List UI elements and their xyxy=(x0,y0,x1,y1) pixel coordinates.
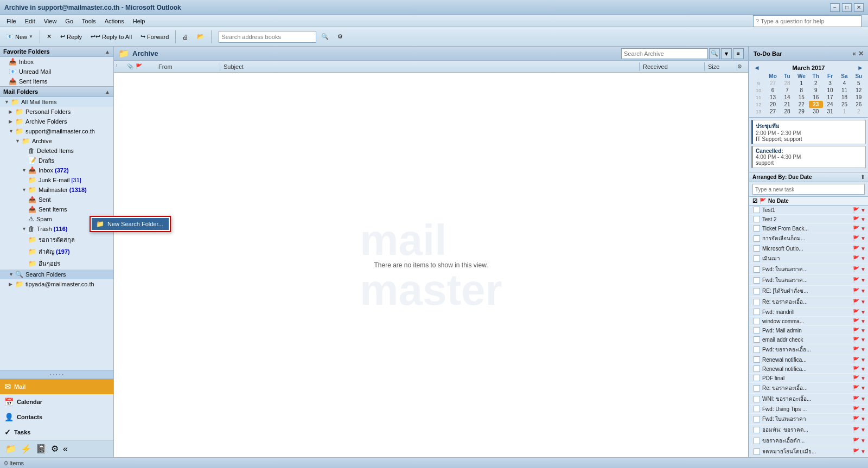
inbox-folder[interactable]: ▼ 📥 Inbox (372) xyxy=(0,165,113,175)
cal-day-3-5[interactable]: 25 xyxy=(837,101,851,108)
task-check-3[interactable] xyxy=(754,235,760,242)
favorite-unread-mail[interactable]: 📧 Unread Mail xyxy=(0,67,113,76)
task-flag-11[interactable]: 🚩 xyxy=(853,318,859,324)
task-item-6[interactable]: Fwd: ใบเสนอราค... 🚩 ▼ xyxy=(749,264,868,275)
task-arrow-8[interactable]: ▼ xyxy=(860,288,866,294)
close-button[interactable]: ✕ xyxy=(854,3,864,12)
task-flag-16[interactable]: 🚩 xyxy=(853,366,859,372)
task-item-12[interactable]: Fwd: Mail admin 🚩 ▼ xyxy=(749,326,868,335)
task-flag-9[interactable]: 🚩 xyxy=(853,299,859,305)
task-arranged-by[interactable]: Arranged By: Due Date ⬆ xyxy=(749,172,868,182)
drafts-folder[interactable]: 📝 Drafts xyxy=(0,156,113,165)
task-check-10[interactable] xyxy=(754,309,760,315)
new-search-folder-item[interactable]: 📁 New Search Folder... xyxy=(92,218,114,230)
task-check-5[interactable] xyxy=(754,255,760,262)
task-check-23[interactable] xyxy=(754,438,760,444)
task-arrow-15[interactable]: ▼ xyxy=(860,357,866,363)
favorite-inbox[interactable]: 📥 Inbox xyxy=(0,57,113,67)
task-arrow-9[interactable]: ▼ xyxy=(860,299,866,305)
task-check-12[interactable] xyxy=(754,327,760,334)
task-check-19[interactable] xyxy=(754,396,760,402)
task-check-11[interactable] xyxy=(754,318,760,324)
cal-day-2-4[interactable]: 17 xyxy=(823,94,837,101)
task-arrow-13[interactable]: ▼ xyxy=(860,337,866,343)
cal-day-0-6[interactable]: 5 xyxy=(852,80,866,87)
tipyada-expand[interactable]: ▶ xyxy=(9,281,15,287)
task-item-15[interactable]: Renewal notifica... 🚩 ▼ xyxy=(749,355,868,364)
reply-all-button[interactable]: ↩↩ Reply to All xyxy=(87,29,136,44)
task-item-23[interactable]: ขอราคอะเอิ้อตัก... 🚩 ▼ xyxy=(749,435,868,446)
print-button[interactable]: 🖨 xyxy=(178,29,192,44)
task-check-8[interactable] xyxy=(754,288,760,294)
task-flag-2[interactable]: 🚩 xyxy=(853,226,859,232)
archive-search-button[interactable]: 🔍 xyxy=(709,48,720,59)
task-arrow-18[interactable]: ▼ xyxy=(860,385,866,391)
cal-day-0-1[interactable]: 28 xyxy=(780,80,794,87)
thai-folder-2[interactable]: 📁 สำคัญ (197) xyxy=(0,246,113,258)
task-check-24[interactable] xyxy=(754,448,760,455)
task-check-15[interactable] xyxy=(754,356,760,363)
task-arrow-19[interactable]: ▼ xyxy=(860,396,866,402)
personal-expand[interactable]: ▶ xyxy=(9,109,15,114)
new-button[interactable]: 📧 New ▼ xyxy=(2,29,37,44)
cal-prev-btn[interactable]: ◄ xyxy=(754,64,760,72)
task-flag-19[interactable]: 🚩 xyxy=(853,396,859,402)
task-item-5[interactable]: เมินเมา 🚩 ▼ xyxy=(749,253,868,264)
task-check-0[interactable] xyxy=(754,207,760,213)
address-search-options[interactable]: ⚙ xyxy=(334,29,347,44)
cal-day-1-4[interactable]: 10 xyxy=(823,87,837,94)
cal-day-1-6[interactable]: 12 xyxy=(852,87,866,94)
task-check-6[interactable] xyxy=(754,266,760,273)
task-flag-24[interactable]: 🚩 xyxy=(853,448,859,454)
all-mail-expand[interactable]: ▼ xyxy=(4,99,11,105)
task-item-20[interactable]: Fwd: Using Tips ... 🚩 ▼ xyxy=(749,405,868,414)
archive-sub-expand[interactable]: ▼ xyxy=(15,138,22,144)
task-item-16[interactable]: Renewal notifica... 🚩 ▼ xyxy=(749,364,868,374)
col-received[interactable]: Received xyxy=(640,62,705,71)
cal-day-4-4[interactable]: 31 xyxy=(823,108,837,115)
task-flag-10[interactable]: 🚩 xyxy=(853,309,859,315)
task-item-2[interactable]: Ticket From Back... 🚩 ▼ xyxy=(749,224,868,233)
task-item-19[interactable]: WNI: ขอราคอะเอิ้อ... 🚩 ▼ xyxy=(749,394,868,405)
thai-folder-3[interactable]: 📁 อื่นๆอย่ร xyxy=(0,258,113,270)
mail-folders-collapse[interactable]: ▲ xyxy=(105,89,110,95)
menu-tools[interactable]: Tools xyxy=(78,17,100,25)
task-item-9[interactable]: Re: ขอราคอะเอิ้อ... 🚩 ▼ xyxy=(749,297,868,307)
cal-day-2-3[interactable]: 16 xyxy=(809,94,823,101)
support-expand[interactable]: ▼ xyxy=(9,129,15,134)
trash-expand[interactable]: ▼ xyxy=(22,226,28,232)
personal-folders[interactable]: ▶ 📁 Personal Folders xyxy=(0,107,113,117)
task-flag-0[interactable]: 🚩 xyxy=(853,207,859,213)
cal-day-2-5[interactable]: 18 xyxy=(837,94,851,101)
task-check-9[interactable] xyxy=(754,299,760,305)
task-check-13[interactable] xyxy=(754,336,760,343)
cal-day-3-3[interactable]: 23 xyxy=(809,101,823,108)
task-check-2[interactable] xyxy=(754,225,760,232)
task-item-4[interactable]: Microsoft Outlo... 🚩 ▼ xyxy=(749,244,868,253)
task-arrow-5[interactable]: ▼ xyxy=(860,255,866,261)
cal-day-0-4[interactable]: 3 xyxy=(823,80,837,87)
cal-day-3-0[interactable]: 20 xyxy=(765,101,780,108)
cal-day-1-3[interactable]: 9 xyxy=(809,87,823,94)
event-1[interactable]: ประชุมทีม 2:00 PM - 2:30 PM IT Support; … xyxy=(751,120,866,144)
col-from[interactable]: From xyxy=(155,62,220,71)
menu-help[interactable]: Help xyxy=(129,17,150,25)
task-flag-4[interactable]: 🚩 xyxy=(853,246,859,252)
task-flag-13[interactable]: 🚩 xyxy=(853,337,859,343)
menu-go[interactable]: Go xyxy=(61,17,78,25)
menu-edit[interactable]: Edit xyxy=(21,17,40,25)
archive-search-options[interactable]: ▼ xyxy=(721,48,732,59)
menu-file[interactable]: File xyxy=(2,17,21,25)
sent-folder[interactable]: 📤 Sent xyxy=(0,195,113,204)
mailmaster-expand[interactable]: ▼ xyxy=(22,187,28,193)
task-item-0[interactable]: Test1 🚩 ▼ xyxy=(749,206,868,215)
shortcut-nav-icon[interactable]: ⚡ xyxy=(20,443,33,455)
task-flag-5[interactable]: 🚩 xyxy=(853,255,859,261)
cal-day-2-6[interactable]: 19 xyxy=(852,94,866,101)
nav-contacts[interactable]: 👤 Contacts xyxy=(0,409,113,425)
minimize-button[interactable]: − xyxy=(830,3,840,12)
nav-resize-handle[interactable]: · · · · · xyxy=(0,370,113,379)
task-arrow-7[interactable]: ▼ xyxy=(860,277,866,283)
task-item-24[interactable]: จดหมายโอนโดยเมีย... 🚩 ▼ xyxy=(749,446,868,457)
task-flag-17[interactable]: 🚩 xyxy=(853,375,859,381)
